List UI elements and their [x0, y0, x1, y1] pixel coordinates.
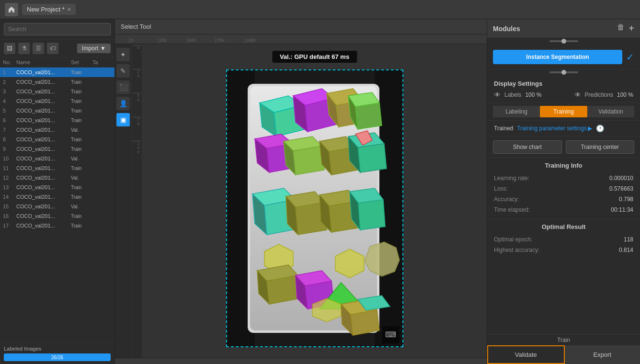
ruler-marks: 02505007501000: [115, 38, 487, 44]
table-row[interactable]: 4 COCO_val201... Train: [0, 96, 114, 106]
slider-handle-2[interactable]: [561, 70, 566, 75]
progress-bar-container: 26/26: [4, 353, 111, 361]
import-label: Import: [82, 45, 98, 52]
keyboard-icon[interactable]: ⌨: [382, 326, 400, 343]
optimal-result-title: Optimal Result: [494, 223, 633, 230]
row-name: COCO_val201...: [16, 136, 71, 142]
rect-tool-btn[interactable]: ⬛: [116, 80, 130, 94]
optimal-value-1: 0.814: [619, 247, 633, 253]
trained-label: Trained: [494, 125, 513, 132]
table-row[interactable]: 14 COCO_val201... Train: [0, 192, 114, 202]
show-chart-button[interactable]: Show chart: [493, 140, 562, 154]
select-tool-btn[interactable]: ✦: [116, 48, 130, 61]
list-icon[interactable]: ☰: [33, 43, 44, 54]
display-settings: Display Settings 👁 Labels 100 % 👁 Predic…: [487, 76, 640, 103]
info-label-0: Learning rate:: [494, 175, 529, 182]
row-name: COCO_val201...: [16, 117, 71, 123]
sidebar-footer: Labeled Images 26/26: [0, 342, 114, 364]
slider-handle[interactable]: [561, 39, 566, 44]
gpu-badge: Val.: GPU default 67 ms: [272, 51, 357, 63]
canvas-content[interactable]: Val.: GPU default 67 ms: [142, 44, 487, 358]
table-row[interactable]: 5 COCO_val201... Train: [0, 106, 114, 115]
top-slider[interactable]: [549, 40, 578, 42]
left-toolbar: ✦ ✎ ⬛ 👤 ▣: [115, 44, 132, 358]
image-list: 1 COCO_val201... Train 2 COCO_val201... …: [0, 68, 114, 342]
sidebar: 🖼 ⚗ ☰ 🏷 Import ▼ No. Name Set Ta 1 COCO_…: [0, 19, 115, 364]
person-tool-btn[interactable]: 👤: [116, 97, 130, 110]
table-row[interactable]: 8 COCO_val201... Train: [0, 135, 114, 144]
tab-training[interactable]: Training: [540, 106, 587, 117]
validate-button[interactable]: Validate: [487, 345, 565, 364]
table-row[interactable]: 3 COCO_val201... Train: [0, 87, 114, 96]
table-row[interactable]: 7 COCO_val201... Val.: [0, 125, 114, 135]
table-row[interactable]: 12 COCO_val201... Val.: [0, 173, 114, 182]
home-button[interactable]: [5, 3, 18, 16]
table-row[interactable]: 2 COCO_val201... Train: [0, 77, 114, 87]
row-num: 16: [3, 213, 16, 219]
table-row[interactable]: 17 COCO_val201... Train: [0, 221, 114, 230]
row-set: Val.: [71, 127, 92, 133]
main-layout: 🖼 ⚗ ☰ 🏷 Import ▼ No. Name Set Ta 1 COCO_…: [0, 19, 640, 364]
filter-icon[interactable]: ⚗: [18, 43, 30, 54]
predictions-eye-icon[interactable]: 👁: [574, 91, 581, 99]
row-num: 12: [3, 175, 16, 181]
training-center-button[interactable]: Training center: [566, 140, 635, 154]
table-row[interactable]: 10 COCO_val201... Val.: [0, 154, 114, 163]
param-arrow-icon: ▶: [588, 125, 592, 132]
table-row[interactable]: 1 COCO_val201... Train: [0, 68, 114, 77]
row-set: Train: [71, 214, 92, 219]
draw-tool-btn[interactable]: ✎: [116, 64, 130, 78]
row-name: COCO_val201...: [16, 108, 71, 114]
check-icon[interactable]: ✓: [626, 51, 634, 63]
row-set: Train: [71, 99, 92, 104]
import-button[interactable]: Import ▼: [77, 44, 111, 53]
table-row[interactable]: 11 COCO_val201... Train: [0, 163, 114, 173]
info-value-3: 00:11:34: [611, 206, 633, 213]
close-tab-icon[interactable]: ×: [68, 6, 71, 13]
row-name: COCO_val201...: [16, 204, 71, 209]
table-row[interactable]: 13 COCO_val201... Train: [0, 182, 114, 192]
project-tab[interactable]: New Project * ×: [22, 4, 76, 15]
instance-seg-button[interactable]: Instance Segmentation: [493, 50, 622, 64]
row-set: Train: [71, 80, 92, 85]
optimal-result-section: Optimal Result Optimal epoch: 118 Highes…: [487, 219, 640, 334]
polygon-tool-btn[interactable]: ▣: [116, 113, 130, 126]
labels-eye-icon[interactable]: 👁: [494, 91, 501, 99]
search-input[interactable]: [4, 23, 111, 35]
svg-marker-40: [358, 200, 385, 230]
table-row[interactable]: 9 COCO_val201... Train: [0, 144, 114, 154]
tab-labeling[interactable]: Labeling: [493, 106, 540, 117]
display-settings-title: Display Settings: [494, 80, 633, 87]
table-row[interactable]: 16 COCO_val201... Train: [0, 211, 114, 221]
history-icon[interactable]: 🕐: [596, 125, 604, 132]
row-set: Train: [71, 166, 92, 171]
optimal-row-0: Optimal epoch: 118: [494, 234, 633, 245]
row-name: COCO_val201...: [16, 146, 71, 152]
image-filter-icon[interactable]: 🖼: [4, 43, 15, 54]
table-row[interactable]: 15 COCO_val201... Val.: [0, 202, 114, 211]
modules-header: Modules 🗑 +: [487, 19, 640, 38]
row-set: Val.: [71, 204, 92, 209]
left-ruler: 0 25 50 75 100: [132, 44, 142, 358]
instance-seg-bar: Instance Segmentation ✓: [487, 45, 640, 69]
table-row[interactable]: 6 COCO_val201... Train: [0, 115, 114, 125]
add-module-icon[interactable]: +: [629, 23, 634, 34]
delete-module-icon[interactable]: 🗑: [617, 23, 625, 34]
row-name: COCO_val201...: [16, 98, 71, 104]
tag-icon[interactable]: 🏷: [47, 43, 58, 54]
param-settings-label: Training parameter settings: [517, 125, 587, 132]
labels-label: Labels: [504, 91, 521, 98]
bottom-slider[interactable]: [549, 71, 578, 73]
export-button[interactable]: Export: [565, 345, 640, 364]
labeled-images-label: Labeled Images: [4, 346, 111, 352]
param-settings-link[interactable]: Training parameter settings ▶: [517, 125, 592, 132]
tab-validation[interactable]: Validation: [587, 106, 634, 117]
ruler-mark: 750: [216, 38, 244, 44]
bottom-bar: [115, 358, 487, 364]
info-value-1: 0.576663: [609, 185, 633, 192]
scene-svg: [226, 69, 403, 347]
row-set: Train: [71, 70, 92, 75]
modules-title: Modules: [493, 25, 520, 33]
labels-pct: 100 %: [525, 91, 541, 98]
row-num: 14: [3, 194, 16, 200]
